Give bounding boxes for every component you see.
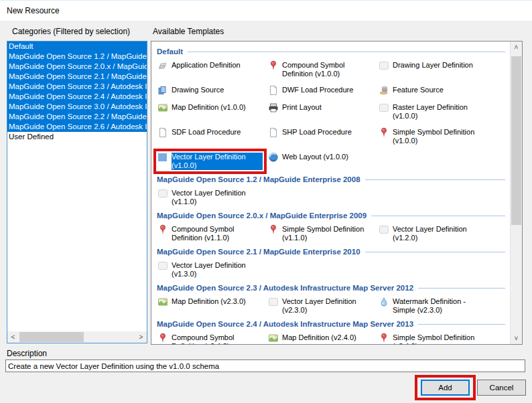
template-item[interactable]: Print Layout bbox=[267, 102, 322, 121]
template-item[interactable]: Simple Symbol Definition (v1.0.0) bbox=[378, 127, 484, 146]
template-item[interactable]: Drawing Layer Definition bbox=[378, 60, 474, 79]
category-item[interactable]: MapGuide Open Source 2.0.x / MapGuide En… bbox=[7, 62, 147, 72]
scroll-down-icon[interactable]: ˅ bbox=[511, 333, 522, 344]
template-item[interactable]: Compound Symbol Definition (v1.1.0) bbox=[157, 224, 263, 243]
template-item[interactable]: Raster Layer Definition (v1.0.0) bbox=[378, 102, 484, 121]
template-item-label: Vector Layer Definition (v1.3.0) bbox=[172, 261, 263, 278]
template-item-label: Drawing Source bbox=[172, 86, 224, 94]
template-item-label: Vector Layer Definition (v1.1.0) bbox=[172, 189, 263, 206]
section-divider-line bbox=[188, 52, 505, 52]
available-templates-label: Available Templates bbox=[153, 27, 224, 36]
layer-placeholder-icon bbox=[379, 60, 389, 71]
window-title: New Resource bbox=[7, 6, 60, 15]
categories-horizontal-scrollbar[interactable]: < > bbox=[7, 331, 147, 343]
application-definition-icon bbox=[157, 60, 168, 71]
template-grid: Map Definition (v2.3.0)Vector Layer Defi… bbox=[157, 297, 511, 315]
template-item[interactable]: Feature Source bbox=[378, 85, 444, 96]
scroll-up-icon[interactable]: ˄ bbox=[511, 42, 522, 53]
template-item[interactable]: Vector Layer Definition (v1.0.0) bbox=[157, 152, 263, 171]
template-item-label: Simple Symbol Definition (v1.1.0) bbox=[282, 225, 373, 242]
template-section-header: MapGuide Open Source 2.3 / Autodesk Infr… bbox=[157, 284, 505, 292]
templates-content: DefaultApplication DefinitionCompound Sy… bbox=[151, 42, 511, 344]
category-item[interactable]: MapGuide Open Source 2.6 / Autodesk Infr… bbox=[7, 122, 147, 132]
category-item[interactable]: MapGuide Open Source 1.2 / MapGuide Ente… bbox=[7, 52, 147, 62]
template-item-label: Drawing Layer Definition bbox=[393, 61, 473, 70]
template-item[interactable]: Web Layout (v1.0.0) bbox=[267, 152, 349, 171]
description-box: Create a new Vector Layer Definition usi… bbox=[5, 359, 525, 372]
template-item-label: Map Definition (v1.0.0) bbox=[172, 103, 246, 112]
category-item[interactable]: MapGuide Open Source 2.3 / Autodesk Infr… bbox=[7, 82, 147, 92]
template-section-title: MapGuide Open Source 2.4 / Autodesk Infr… bbox=[157, 320, 413, 328]
template-grid: Compound Symbol Definition (v2.4.0)Map D… bbox=[157, 333, 511, 344]
map-definition-icon bbox=[157, 102, 168, 113]
categories-label: Categories (Filtered by selection) bbox=[12, 27, 130, 36]
template-item-label: Print Layout bbox=[282, 103, 322, 112]
templates-vertical-scrollbar[interactable]: ˄ ˅ bbox=[510, 42, 522, 344]
template-item-label: Web Layout (v1.0.0) bbox=[282, 153, 348, 161]
template-item-label: SDF Load Procedure bbox=[172, 128, 241, 137]
section-divider-line bbox=[418, 288, 505, 289]
template-item[interactable]: Application Definition bbox=[157, 60, 241, 79]
layer-placeholder-icon bbox=[157, 188, 168, 199]
template-item[interactable]: Simple Symbol Definition (v1.1.0) bbox=[267, 224, 374, 243]
template-item-label: Application Definition bbox=[172, 61, 241, 70]
add-button[interactable]: Add bbox=[421, 380, 470, 396]
template-section-title: Default bbox=[157, 48, 183, 56]
template-item[interactable]: Vector Layer Definition (v1.3.0) bbox=[157, 260, 263, 279]
template-item[interactable]: DWF Load Procedure bbox=[267, 85, 354, 96]
cancel-button[interactable]: Cancel bbox=[477, 380, 526, 396]
template-item[interactable]: Vector Layer Definition (v1.1.0) bbox=[157, 188, 263, 207]
template-item[interactable]: SHP Load Procedure bbox=[267, 127, 352, 146]
template-section-header: MapGuide Open Source 2.1 / MapGuide Ente… bbox=[157, 248, 505, 256]
template-item[interactable]: Map Definition (v2.3.0) bbox=[157, 297, 247, 315]
category-item[interactable]: MapGuide Open Source 2.2 / MapGuide Ente… bbox=[7, 112, 147, 122]
template-item-label: Watermark Definition - Simple (v2.3.0) bbox=[393, 297, 484, 315]
template-section-header: MapGuide Open Source 2.4 / Autodesk Infr… bbox=[157, 320, 505, 328]
horizontal-scrollbar-thumb[interactable] bbox=[19, 332, 84, 342]
template-item-label: Compound Symbol Definition (v2.4.0) bbox=[172, 333, 263, 344]
template-item[interactable]: Compound Symbol Definition (v1.0.0) bbox=[267, 60, 374, 79]
template-item[interactable]: Map Definition (v1.0.0) bbox=[157, 102, 247, 121]
template-item-label: Map Definition (v2.4.0) bbox=[282, 333, 356, 342]
template-item-label: DWF Load Procedure bbox=[282, 86, 353, 94]
template-item-label: SHP Load Procedure bbox=[282, 128, 352, 137]
template-item-label: Feature Source bbox=[393, 86, 444, 94]
template-item-label: Compound Symbol Definition (v1.0.0) bbox=[282, 61, 373, 78]
template-grid: Vector Layer Definition (v1.3.0) bbox=[157, 260, 511, 279]
template-grid: Application DefinitionCompound Symbol De… bbox=[157, 60, 511, 171]
map-pin-icon bbox=[157, 224, 168, 235]
category-item[interactable]: MapGuide Open Source 2.1 / MapGuide Ente… bbox=[7, 72, 147, 82]
map-pin-icon bbox=[379, 127, 389, 138]
template-item-label: Simple Symbol Definition (v1.0.0) bbox=[393, 128, 484, 145]
category-item[interactable]: Default bbox=[7, 42, 147, 52]
template-item[interactable]: Map Definition (v2.4.0) bbox=[267, 333, 357, 344]
category-item[interactable]: MapGuide Open Source 2.4 / Autodesk Infr… bbox=[7, 92, 147, 102]
category-item[interactable]: MapGuide Open Source 3.0 / Autodesk Infr… bbox=[7, 102, 147, 112]
map-definition-icon bbox=[268, 333, 279, 343]
document-icon bbox=[157, 127, 168, 138]
scroll-right-icon[interactable]: > bbox=[135, 331, 147, 343]
document-icon bbox=[268, 85, 279, 96]
feature-source-icon bbox=[379, 85, 389, 96]
section-divider-line bbox=[418, 324, 505, 325]
template-section-header: MapGuide Open Source 1.2 / MapGuide Ente… bbox=[157, 175, 505, 183]
document-icon bbox=[268, 127, 279, 138]
template-item[interactable]: Vector Layer Definition (v1.2.0) bbox=[378, 224, 484, 243]
map-pin-icon bbox=[157, 333, 168, 343]
available-templates-panel[interactable]: DefaultApplication DefinitionCompound Sy… bbox=[151, 41, 523, 345]
vertical-scrollbar-thumb[interactable] bbox=[511, 56, 521, 225]
template-item-label: Vector Layer Definition (v2.3.0) bbox=[282, 297, 373, 315]
categories-listbox[interactable]: DefaultMapGuide Open Source 1.2 / MapGui… bbox=[7, 41, 147, 343]
template-item[interactable]: Vector Layer Definition (v2.3.0) bbox=[267, 297, 374, 315]
template-item[interactable]: Watermark Definition - Simple (v2.3.0) bbox=[378, 297, 484, 315]
template-item[interactable]: Drawing Source bbox=[157, 85, 224, 96]
category-item[interactable]: User Defined bbox=[7, 132, 147, 142]
scroll-left-icon[interactable]: < bbox=[7, 331, 19, 343]
template-item[interactable]: Simple Symbol Definition (v2.4.0) bbox=[378, 333, 484, 344]
description-label: Description bbox=[7, 349, 47, 358]
section-divider-line bbox=[365, 252, 505, 252]
template-item[interactable]: Compound Symbol Definition (v2.4.0) bbox=[157, 333, 263, 344]
template-grid: Vector Layer Definition (v1.1.0) bbox=[157, 188, 511, 207]
template-item[interactable]: SDF Load Procedure bbox=[157, 127, 241, 146]
template-item-label: Vector Layer Definition (v1.0.0) bbox=[172, 153, 263, 170]
